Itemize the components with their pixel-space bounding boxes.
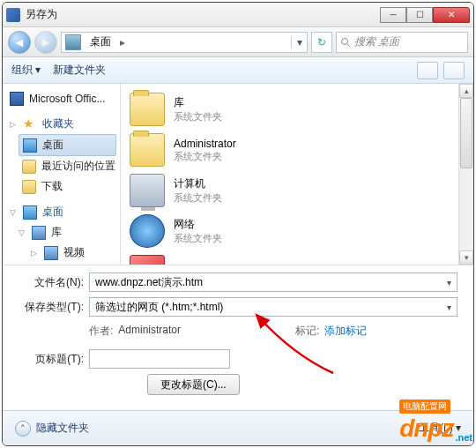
sidebar-item-libraries[interactable]: ▽库	[15, 222, 116, 243]
nav-bar: ◄ ► 桌面 ▸ ▾ ↻ 搜索 桌面	[3, 27, 473, 57]
video-icon	[44, 246, 58, 260]
sidebar-item-downloads[interactable]: 下载	[19, 176, 116, 197]
chevron-down-icon[interactable]: ▾	[447, 302, 451, 312]
sidebar-item-pictures[interactable]: ▷图片	[27, 263, 116, 265]
list-item[interactable]: 12	[130, 251, 465, 265]
scroll-down-button[interactable]: ▾	[459, 250, 473, 265]
desktop-icon	[23, 205, 37, 220]
back-button[interactable]: ◄	[8, 31, 31, 54]
svg-point-0	[342, 38, 348, 44]
sidebar-item-video[interactable]: ▷视频	[27, 243, 116, 263]
author-value[interactable]: Administrator	[118, 324, 181, 339]
toolbar: 组织 ▾ 新建文件夹	[3, 57, 473, 84]
chevron-up-icon: ˄	[15, 421, 31, 437]
breadcrumb[interactable]: 桌面 ▸ ▾	[61, 32, 308, 53]
scroll-thumb[interactable]	[460, 98, 472, 168]
list-item[interactable]: 库系统文件夹	[130, 89, 465, 130]
view-button[interactable]	[417, 62, 438, 79]
refresh-button[interactable]: ↻	[311, 32, 332, 53]
app-icon	[6, 8, 20, 22]
savetype-dropdown[interactable]: 筛选过的网页 (*.htm;*.html)▾	[89, 297, 457, 317]
chevron-down-icon[interactable]: ▾	[447, 278, 451, 287]
save-as-dialog: 另存为 ─ ☐ ✕ ◄ ► 桌面 ▸ ▾ ↻ 搜索 桌面 组织 ▾ 新建文件夹	[2, 2, 474, 446]
sidebar-header-favorites[interactable]: ▷★收藏夹	[6, 114, 116, 134]
organize-menu[interactable]: 组织 ▾	[11, 63, 41, 78]
author-label: 作者:	[89, 324, 113, 339]
close-button[interactable]: ✕	[433, 7, 470, 23]
pagetitle-input[interactable]	[89, 349, 230, 369]
sidebar-item-recent[interactable]: 最近访问的位置	[19, 156, 116, 176]
new-folder-button[interactable]: 新建文件夹	[53, 63, 106, 78]
tags-label: 标记:	[295, 324, 319, 339]
search-icon	[340, 37, 351, 48]
watermark-logo: 电脑配置网 dnpz.net	[399, 399, 472, 443]
word-icon	[10, 92, 24, 106]
change-title-button[interactable]: 更改标题(C)...	[147, 374, 240, 395]
sidebar-item-office[interactable]: Microsoft Offic...	[6, 89, 116, 108]
scroll-up-button[interactable]: ▴	[459, 84, 473, 98]
library-icon	[32, 226, 46, 240]
sidebar-header-desktop[interactable]: ▽桌面	[6, 202, 116, 222]
hide-folders-button[interactable]: ˄ 隐藏文件夹	[15, 421, 89, 437]
minimize-button[interactable]: ─	[380, 7, 406, 23]
list-item[interactable]: 计算机系统文件夹	[130, 170, 465, 211]
window-title: 另存为	[26, 7, 380, 22]
svg-line-1	[347, 44, 350, 47]
filename-input[interactable]: www.dnpz.net演示.htm▾	[89, 273, 457, 292]
forward-button[interactable]: ►	[34, 31, 57, 54]
file-icon	[130, 255, 165, 265]
star-icon: ★	[23, 117, 37, 131]
folder-icon	[130, 93, 165, 126]
folder-icon	[130, 133, 165, 167]
savetype-label: 保存类型(T):	[19, 300, 84, 315]
breadcrumb-dropdown[interactable]: ▾	[291, 36, 307, 49]
help-button[interactable]	[443, 62, 465, 79]
desktop-icon	[65, 34, 81, 50]
maximize-button[interactable]: ☐	[406, 7, 433, 23]
chevron-right-icon[interactable]: ▸	[116, 36, 129, 49]
desktop-icon	[23, 138, 37, 153]
search-input[interactable]: 搜索 桌面	[336, 32, 468, 53]
sidebar-item-desktop[interactable]: 桌面	[19, 134, 116, 156]
pagetitle-label: 页标题(T):	[19, 352, 84, 367]
form-section: 文件名(N): www.dnpz.net演示.htm▾ 保存类型(T): 筛选过…	[3, 265, 473, 404]
recent-icon	[22, 160, 36, 174]
computer-icon	[130, 174, 165, 207]
nav-sidebar: Microsoft Offic... ▷★收藏夹 桌面 最近访问的位置 下载 ▽…	[3, 84, 121, 265]
scrollbar[interactable]: ▴ ▾	[458, 84, 473, 265]
breadcrumb-item[interactable]: 桌面	[85, 34, 116, 49]
tags-value[interactable]: 添加标记	[324, 324, 367, 339]
network-icon	[130, 214, 165, 248]
filename-label: 文件名(N):	[19, 275, 84, 290]
search-placeholder: 搜索 桌面	[354, 34, 399, 49]
list-item[interactable]: 网络系统文件夹	[130, 211, 465, 251]
titlebar[interactable]: 另存为 ─ ☐ ✕	[3, 3, 473, 27]
list-item[interactable]: Administrator系统文件夹	[130, 130, 465, 170]
download-icon	[22, 180, 36, 194]
file-list[interactable]: 库系统文件夹 Administrator系统文件夹 计算机系统文件夹 网络系统文…	[121, 84, 473, 265]
